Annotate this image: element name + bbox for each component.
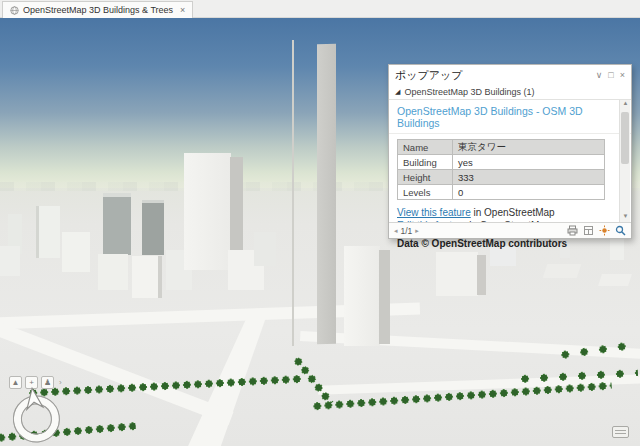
table-row: Levels 0 xyxy=(398,185,605,200)
expander-icon[interactable]: ◢ xyxy=(395,88,400,96)
building-tall-left xyxy=(184,153,231,270)
scrollbar[interactable]: ▲ ▼ xyxy=(619,100,630,222)
pager-next-icon[interactable]: ▸ xyxy=(415,227,419,235)
view-feature-link[interactable]: View this feature xyxy=(397,207,471,218)
scroll-up-icon[interactable]: ▲ xyxy=(620,100,631,109)
building-crease xyxy=(292,40,294,346)
popup-window: ポップアップ ∨ □ × ◢ OpenStreetMap 3D Building… xyxy=(388,64,632,239)
building xyxy=(598,274,632,286)
field-value: 0 xyxy=(453,185,605,200)
popup-layer-group[interactable]: ◢ OpenStreetMap 3D Buildings (1) xyxy=(389,85,631,100)
tab-openstreetmap-3d-buildings[interactable]: OpenStreetMap 3D Buildings & Trees × xyxy=(2,1,193,18)
application-window: OpenStreetMap 3D Buildings & Trees × xyxy=(0,0,640,446)
pager-count: 1/1 xyxy=(401,226,413,236)
view-feature-line: View this feature in OpenStreetMap xyxy=(397,206,623,219)
popup-footer: ◂ 1/1 ▸ xyxy=(389,222,631,238)
building xyxy=(98,254,128,290)
field-label: Height xyxy=(398,170,453,185)
building-side xyxy=(477,255,486,295)
popup-maximize-icon[interactable]: □ xyxy=(608,70,613,80)
building-side xyxy=(317,44,336,344)
globe-icon xyxy=(10,6,19,15)
tab-close-icon[interactable]: × xyxy=(180,5,185,15)
building xyxy=(344,246,380,346)
field-value: 東京タワー xyxy=(453,140,605,155)
popup-close-icon[interactable]: × xyxy=(620,70,625,80)
table-row: Building yes xyxy=(398,155,605,170)
popup-title: ポップアップ xyxy=(395,68,463,83)
popup-menu-icon[interactable]: ∨ xyxy=(596,70,603,80)
view-tab-bar: OpenStreetMap 3D Buildings & Trees × xyxy=(0,0,640,18)
scroll-thumb[interactable] xyxy=(621,112,629,164)
scroll-down-icon[interactable]: ▼ xyxy=(620,213,631,222)
attribute-table: Name 東京タワー Building yes Height 333 Level… xyxy=(397,139,605,200)
print-icon[interactable] xyxy=(567,225,578,236)
layer-group-label: OpenStreetMap 3D Buildings (1) xyxy=(404,87,534,97)
table-row: Height 333 xyxy=(398,170,605,185)
feature-pager: ◂ 1/1 ▸ xyxy=(394,226,419,236)
field-label: Levels xyxy=(398,185,453,200)
table-row: Name 東京タワー xyxy=(398,140,605,155)
popout-table-icon[interactable] xyxy=(583,225,594,236)
zoom-to-icon[interactable] xyxy=(615,225,626,236)
attribution-icon[interactable] xyxy=(612,426,629,438)
popup-body: OpenStreetMap 3D Buildings - OSM 3D Buil… xyxy=(389,100,631,222)
building xyxy=(490,246,516,266)
popup-title-bar[interactable]: ポップアップ ∨ □ × xyxy=(389,65,631,85)
field-value: 333 xyxy=(453,170,605,185)
field-label: Building xyxy=(398,155,453,170)
building xyxy=(132,256,162,298)
feature-title-link[interactable]: OpenStreetMap 3D Buildings - OSM 3D Buil… xyxy=(389,100,631,134)
building xyxy=(0,246,20,276)
compass-navigator[interactable] xyxy=(4,384,68,446)
field-value: yes xyxy=(453,155,605,170)
building-side xyxy=(379,250,390,344)
building xyxy=(436,252,478,296)
view-feature-suffix: in OpenStreetMap xyxy=(471,207,555,218)
field-label: Name xyxy=(398,140,453,155)
building xyxy=(62,232,90,272)
building xyxy=(543,264,582,278)
building xyxy=(142,200,164,255)
pager-prev-icon[interactable]: ◂ xyxy=(394,227,398,235)
building xyxy=(36,206,60,258)
building xyxy=(103,193,131,255)
flash-location-icon[interactable] xyxy=(599,225,610,236)
tab-title: OpenStreetMap 3D Buildings & Trees xyxy=(23,5,173,15)
